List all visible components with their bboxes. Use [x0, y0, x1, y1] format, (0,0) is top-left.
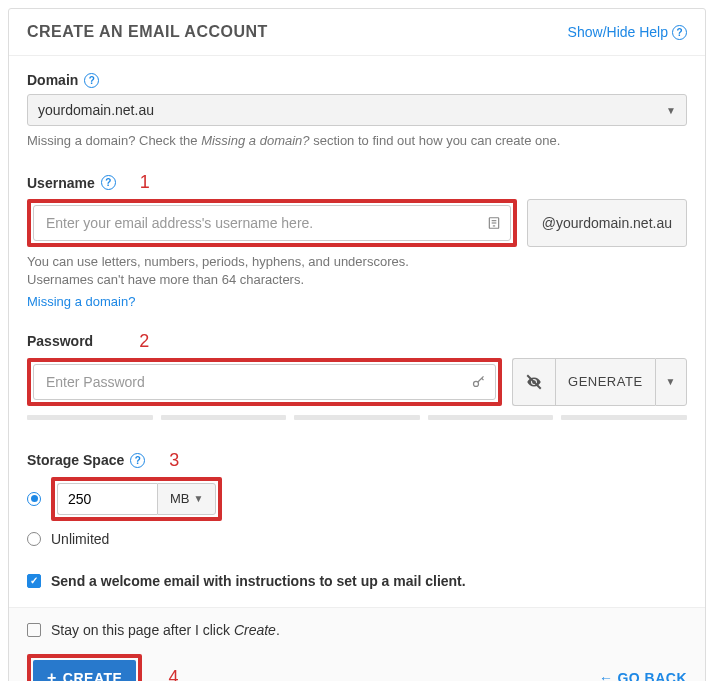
generate-dropdown-button[interactable]: ▼ — [655, 358, 687, 406]
stay-on-page-checkbox[interactable] — [27, 623, 41, 637]
missing-domain-link[interactable]: Missing a domain? — [27, 294, 687, 309]
help-icon: ? — [672, 25, 687, 40]
annotation-3: 3 — [169, 450, 179, 471]
storage-label: Storage Space — [27, 452, 124, 468]
welcome-email-checkbox[interactable] — [27, 574, 41, 588]
storage-unit-select[interactable]: MB ▼ — [157, 483, 216, 515]
annotation-4: 4 — [168, 667, 178, 681]
annotation-box-1 — [27, 199, 517, 247]
password-field: Password 2 GENERATE — [27, 331, 687, 420]
storage-unlimited-label: Unlimited — [51, 531, 109, 547]
annotation-box-4: + CREATE — [27, 654, 142, 681]
svg-point-4 — [474, 381, 479, 386]
storage-field: Storage Space ? 3 MB ▼ — [27, 450, 687, 547]
password-actions: GENERATE ▼ — [512, 358, 687, 406]
toggle-visibility-button[interactable] — [512, 358, 555, 406]
panel-footer: Stay on this page after I click Create. … — [9, 607, 705, 681]
welcome-email-row: Send a welcome email with instructions t… — [27, 573, 687, 589]
domain-label: Domain — [27, 72, 78, 88]
help-link-label: Show/Hide Help — [568, 24, 668, 40]
domain-value: yourdomain.net.au — [38, 102, 154, 118]
username-hint: You can use letters, numbers, periods, h… — [27, 253, 687, 289]
welcome-email-label: Send a welcome email with instructions t… — [51, 573, 466, 589]
password-input[interactable] — [33, 364, 496, 400]
username-suffix: @yourdomain.net.au — [527, 199, 687, 247]
storage-value-input[interactable] — [57, 483, 157, 515]
stay-on-page-label: Stay on this page after I click Create. — [51, 622, 280, 638]
contact-card-icon — [487, 216, 501, 230]
stay-on-page-row: Stay on this page after I click Create. — [27, 622, 687, 638]
help-icon[interactable]: ? — [130, 453, 145, 468]
generate-password-button[interactable]: GENERATE — [555, 358, 655, 406]
username-label: Username — [27, 175, 95, 191]
chevron-down-icon: ▼ — [666, 376, 676, 387]
help-icon[interactable]: ? — [101, 175, 116, 190]
storage-custom-radio[interactable] — [27, 492, 41, 506]
plus-icon: + — [47, 670, 57, 681]
chevron-down-icon: ▼ — [666, 105, 676, 116]
annotation-1: 1 — [140, 172, 150, 193]
password-label: Password — [27, 333, 93, 349]
username-input[interactable] — [33, 205, 511, 241]
username-field: Username ? 1 @yourdomain.net.au You can … — [27, 172, 687, 308]
key-icon — [471, 374, 486, 389]
password-strength-meter — [27, 415, 687, 420]
annotation-box-2 — [27, 358, 502, 406]
arrow-left-icon: ← — [599, 670, 614, 681]
panel-body: Domain ? yourdomain.net.au ▼ Missing a d… — [9, 56, 705, 607]
annotation-2: 2 — [139, 331, 149, 352]
domain-hint: Missing a domain? Check the Missing a do… — [27, 132, 687, 150]
chevron-down-icon: ▼ — [194, 493, 204, 504]
go-back-link[interactable]: ← GO BACK — [599, 670, 687, 681]
create-email-panel: CREATE AN EMAIL ACCOUNT Show/Hide Help ?… — [8, 8, 706, 681]
domain-select[interactable]: yourdomain.net.au ▼ — [27, 94, 687, 126]
help-icon[interactable]: ? — [84, 73, 99, 88]
panel-header: CREATE AN EMAIL ACCOUNT Show/Hide Help ? — [9, 9, 705, 56]
show-hide-help-link[interactable]: Show/Hide Help ? — [568, 24, 687, 40]
page-title: CREATE AN EMAIL ACCOUNT — [27, 23, 268, 41]
domain-field: Domain ? yourdomain.net.au ▼ Missing a d… — [27, 72, 687, 150]
storage-unlimited-radio[interactable] — [27, 532, 41, 546]
annotation-box-3: MB ▼ — [51, 477, 222, 521]
create-button[interactable]: + CREATE — [33, 660, 136, 681]
